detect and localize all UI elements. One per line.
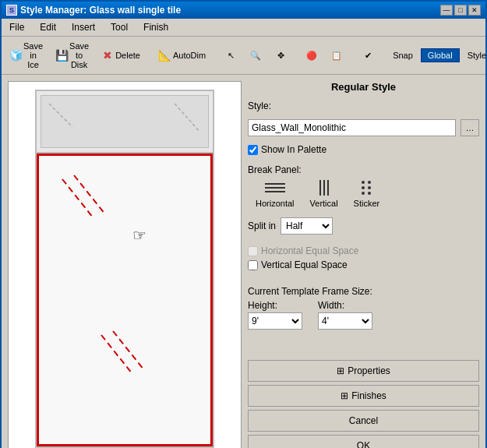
show-in-palette-label: Show In Palette [261,144,326,155]
menu-file[interactable]: File [5,20,29,34]
style-browse-button[interactable]: … [461,119,479,136]
autodim-label: AutoDim [173,51,206,60]
height-label: Height: [248,300,302,311]
width-select[interactable]: 4' 3' 5' 6' [318,312,372,330]
delete-button[interactable]: ✖ Delete [97,47,145,64]
title-bar-controls: — □ ✕ [440,5,481,16]
width-label: Width: [318,300,372,311]
split-label: Split in [248,220,276,231]
menu-insert[interactable]: Insert [67,20,100,34]
vert-equal-checkbox[interactable] [248,260,258,270]
menu-tool[interactable]: Tool [106,20,132,34]
style-button[interactable]: Style [463,48,487,62]
delete-label: Delete [115,51,140,60]
move-tool[interactable]: ✥ [270,47,291,64]
action-buttons: ⊞ Properties ⊞ Finishes Cancel OK [248,360,479,448]
break-vertical-label: Vertical [310,199,338,208]
snap-button[interactable]: Snap [388,48,418,62]
style-field-row: Style: [248,101,479,111]
main-window: S Style Manager: Glass wall single tile … [0,0,487,448]
search-tool[interactable]: 🔍 [245,47,266,64]
canvas-panel: ☞ [8,81,242,448]
delete-icon: ✖ [101,49,114,62]
close-button[interactable]: ✕ [468,5,481,16]
snap-label: Snap [393,51,413,60]
tool-c[interactable]: ✔ [357,47,379,64]
vert-equal-row: Vertical Equal Space [248,259,479,270]
save-ice-button[interactable]: 🧊 Save in Ice [5,39,48,72]
global-button[interactable]: Global [421,48,460,62]
vertical-lines-graphic [319,180,329,196]
move-icon: ✥ [274,49,287,62]
maximize-button[interactable]: □ [454,5,467,16]
autodim-icon: 📐 [159,49,171,62]
section-title: Regular Style [248,81,479,93]
properties-icon: ⊞ [337,365,344,376]
finishes-label: Finishes [351,390,386,401]
break-panel-label: Break Panel: [248,164,479,175]
global-label: Global [428,51,453,60]
save-disk-button[interactable]: 💾 Save to Disk [51,39,94,72]
frame-size-title: Current Template Frame Size: [248,286,479,297]
cursor-pointer: ☞ [132,226,146,245]
break-horizontal-item[interactable]: Horizontal [256,178,295,208]
ok-button[interactable]: OK [248,435,479,448]
svg-line-1 [175,104,199,132]
cancel-button[interactable]: Cancel [248,410,479,432]
pointer-icon: ↖ [224,49,237,62]
frame-size-row: Height: 9' 8' 10' 12' Width: 4' 3' [248,300,479,330]
sticker-graphic [362,181,371,195]
dot-2 [368,181,371,184]
horiz-equal-label: Horizontal Equal Space [261,245,358,256]
height-col: Height: 9' 8' 10' 12' [248,300,302,330]
style-field-label: Style: [248,101,271,111]
horizontal-lines-graphic [265,183,285,192]
vline-1 [319,180,321,196]
hline-3 [265,191,285,192]
save-ice-icon: 🧊 [9,49,22,62]
finishes-icon: ⊞ [341,390,348,401]
menu-finish[interactable]: Finish [139,20,173,34]
properties-label: Properties [348,365,390,376]
vline-2 [323,180,325,196]
vert-equal-label: Vertical Equal Space [261,259,348,270]
minimize-button[interactable]: — [440,5,453,16]
break-sticker-item[interactable]: Sticker [354,178,380,208]
tile-dashes-svg [39,156,210,444]
svg-line-5 [113,331,144,370]
save-ice-label: Save in Ice [23,41,43,69]
save-disk-icon: 💾 [55,49,68,62]
tile-body[interactable]: ☞ [37,153,213,446]
horiz-equal-checkbox [248,246,258,256]
tool-a-icon: 🔴 [305,49,318,62]
autodim-button[interactable]: 📐 AutoDim [154,47,210,64]
save-disk-label: Save to Disk [69,41,89,69]
pointer-tool[interactable]: ↖ [220,47,242,64]
split-select[interactable]: Half Third Quarter [281,217,333,235]
header-svg [41,96,208,147]
break-vertical-item[interactable]: Vertical [310,178,338,208]
tool-b-icon: 📋 [330,49,343,62]
tile-container: ☞ [35,90,214,448]
ok-label: OK [357,440,370,448]
equal-space-section: Horizontal Equal Space Vertical Equal Sp… [248,245,479,275]
tile-header [37,91,213,153]
cancel-label: Cancel [349,415,378,426]
finishes-button[interactable]: ⊞ Finishes [248,385,479,407]
break-panel-section: Break Panel: Horizontal [248,164,479,208]
dot-3 [362,186,365,189]
show-in-palette-checkbox[interactable] [248,145,258,155]
break-horizontal-icon [263,178,287,197]
toolbar: 🧊 Save in Ice 💾 Save to Disk ✖ Delete 📐 … [2,37,485,75]
menu-edit[interactable]: Edit [35,20,61,34]
hline-2 [265,187,285,189]
break-sticker-label: Sticker [354,199,380,208]
tool-b[interactable]: 📋 [326,47,348,64]
properties-button[interactable]: ⊞ Properties [248,360,479,382]
window-icon: S [6,5,17,16]
tool-a[interactable]: 🔴 [301,47,323,64]
title-bar-left: S Style Manager: Glass wall single tile [6,5,181,16]
height-select[interactable]: 9' 8' 10' 12' [248,312,302,330]
style-input[interactable] [248,119,456,136]
menu-bar: File Edit Insert Tool Finish [2,19,485,37]
